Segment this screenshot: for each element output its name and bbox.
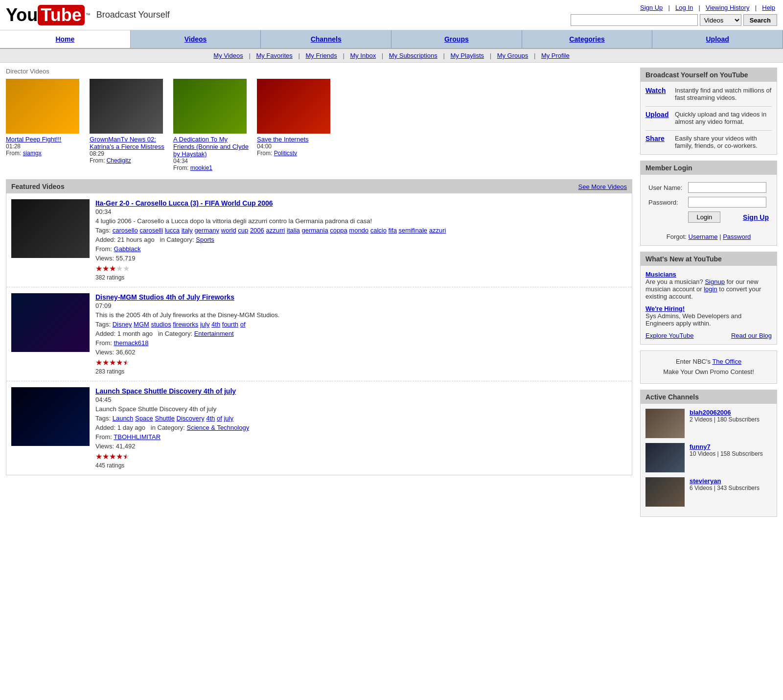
nav-groups[interactable]: Groups [392, 30, 522, 48]
director-thumb-0 [6, 79, 79, 134]
signup-link[interactable]: Sign Up [640, 4, 663, 11]
viewing-history-link[interactable]: Viewing History [706, 4, 749, 11]
featured-meta-0: Added: 21 hours ago in Category: Sports [95, 236, 627, 243]
sub-nav-my-videos[interactable]: My Videos [213, 52, 243, 59]
channel-name-1[interactable]: funny7 [690, 443, 711, 450]
director-video-title-1[interactable]: GrownManTv News 02: Katrina's a Fierce M… [90, 136, 165, 150]
channel-name-2[interactable]: stevieryan [690, 477, 721, 485]
featured-tags-1: Tags: Disney MGM studios fireworks july … [95, 321, 627, 328]
featured-category-0[interactable]: Sports [196, 236, 214, 243]
nav-videos[interactable]: Videos [131, 30, 261, 48]
search-input[interactable] [571, 14, 698, 26]
featured-ratings-0: 382 ratings [95, 274, 627, 281]
director-from-0: From: siamgx [6, 150, 82, 157]
signup-musician-link[interactable]: Signup [705, 278, 724, 285]
channel-info-1: funny7 10 Videos | 158 Subscribers [690, 443, 763, 457]
featured-from-link-1[interactable]: themack618 [114, 339, 149, 347]
featured-desc-0: 4 luglio 2006 - Carosello a Lucca dopo l… [95, 217, 627, 225]
help-link[interactable]: Help [762, 4, 775, 11]
username-label: User Name: [646, 181, 685, 194]
sub-nav-my-inbox[interactable]: My Inbox [350, 52, 376, 59]
login-table: User Name: Password: Login Sign Up [645, 180, 772, 225]
login-button[interactable]: Login [688, 211, 720, 223]
username-input[interactable] [688, 182, 766, 193]
featured-video-title-1[interactable]: Disney-MGM Studios 4th of July Fireworks [95, 293, 627, 301]
explore-youtube-link[interactable]: Explore YouTube [645, 332, 694, 339]
whats-new-hiring: We're Hiring! Sys Admins, Web Developers… [645, 305, 772, 327]
featured-video-title-2[interactable]: Launch Space Shuttle Discovery 4th of ju… [95, 387, 627, 395]
director-video-0: Mortal Peep Fight!!! 01:28 From: siamgx [6, 79, 82, 171]
whats-new-title: What's New at YouTube [641, 252, 777, 266]
channel-sub-2: 6 Videos | 343 Subscribers [690, 485, 760, 491]
director-from-link-2[interactable]: mookie1 [190, 164, 212, 171]
nav-upload[interactable]: Upload [652, 30, 783, 48]
search-button[interactable]: Search [743, 14, 777, 26]
see-more-videos-link[interactable]: See More Videos [578, 183, 627, 190]
forgot-password-link[interactable]: Password [723, 233, 751, 240]
featured-category-2[interactable]: Science & Technology [186, 424, 249, 431]
hiring-text: Sys Admins, Web Developers and Engineers… [645, 312, 772, 327]
share-link[interactable]: Share [645, 135, 671, 142]
sub-nav-my-profile[interactable]: My Profile [541, 52, 570, 59]
read-blog-link[interactable]: Read our Blog [731, 332, 772, 339]
bcast-share: Share Easily share your videos with fami… [645, 135, 772, 149]
featured-duration-1: 07:09 [95, 302, 627, 309]
upload-text: Quickly upload and tag videos in almost … [675, 111, 772, 125]
forgot-username-link[interactable]: Username [689, 233, 718, 240]
featured-from-link-0[interactable]: Gabblack [114, 245, 141, 253]
director-from-link-0[interactable]: siamgx [23, 150, 42, 157]
promo-box: Enter NBC's The Office Make Your Own Pro… [640, 350, 777, 384]
member-login-title: Member Login [641, 161, 777, 175]
password-input[interactable] [688, 197, 766, 208]
nav-categories[interactable]: Categories [522, 30, 653, 48]
featured-info-0: Ita-Ger 2-0 - Carosello Lucca (3) - FIFA… [95, 199, 627, 281]
featured-from-2: From: TBOHHLIMITAR [95, 433, 627, 441]
login-username-row: User Name: [646, 181, 771, 194]
login-musician-link[interactable]: login [704, 285, 717, 293]
whats-new-content: Musicians Are you a musician? Signup for… [641, 266, 777, 344]
bcast-upload: Upload Quickly upload and tag videos in … [645, 111, 772, 125]
director-video-title-3[interactable]: Save the Internets [257, 136, 333, 143]
sub-nav-my-playlists[interactable]: My Playlists [450, 52, 484, 59]
musicians-link[interactable]: Musicians [645, 271, 676, 278]
director-thumb-3 [257, 79, 330, 134]
sub-nav-my-favorites[interactable]: My Favorites [256, 52, 292, 59]
header-links: Sign Up | Log In | Viewing History | Hel… [638, 4, 777, 11]
featured-duration-2: 04:45 [95, 396, 627, 403]
director-from-link-1[interactable]: Chedigitz [107, 157, 131, 164]
featured-ratings-1: 283 ratings [95, 368, 627, 375]
upload-link[interactable]: Upload [645, 111, 671, 118]
director-from-link-3[interactable]: Politicstv [274, 150, 297, 157]
director-from-1: From: Chedigitz [90, 157, 165, 164]
sub-nav-my-subscriptions[interactable]: My Subscriptions [389, 52, 438, 59]
channel-info-0: blah20062006 2 Videos | 180 Subscribers [690, 409, 760, 423]
channel-thumb-1 [645, 443, 685, 472]
search-type-select[interactable]: Videos Channels Members [700, 14, 741, 26]
bcast-watch: Watch Instantly find and watch millions … [645, 87, 772, 101]
member-login-content: User Name: Password: Login Sign Up [641, 175, 777, 245]
the-office-link[interactable]: The Office [712, 358, 741, 365]
explore-links: Explore YouTube Read our Blog [645, 332, 772, 339]
channel-name-0[interactable]: blah20062006 [690, 409, 731, 416]
channel-1: funny7 10 Videos | 158 Subscribers [645, 443, 772, 472]
logo-area: YouTube™ Broadcast Yourself [6, 5, 170, 25]
featured-desc-2: Launch Space Shuttle Discovery 4th of ju… [95, 405, 627, 413]
sub-nav-my-groups[interactable]: My Groups [497, 52, 529, 59]
nav-home[interactable]: Home [0, 30, 131, 48]
logo-tm: ™ [86, 12, 91, 18]
director-videos: Mortal Peep Fight!!! 01:28 From: siamgx … [6, 79, 632, 171]
sidebar-signup-link[interactable]: Sign Up [743, 213, 769, 221]
nav-channels[interactable]: Channels [261, 30, 392, 48]
featured-category-1[interactable]: Entertainment [194, 330, 234, 337]
login-link[interactable]: Log In [675, 4, 693, 11]
featured-info-1: Disney-MGM Studios 4th of July Fireworks… [95, 293, 627, 375]
featured-video-title-0[interactable]: Ita-Ger 2-0 - Carosello Lucca (3) - FIFA… [95, 199, 627, 207]
hiring-link[interactable]: We're Hiring! [645, 305, 685, 312]
watch-link[interactable]: Watch [645, 87, 671, 94]
director-video-title-2[interactable]: A Dedication To My Friends (Bonnie and C… [173, 136, 249, 158]
director-video-title-0[interactable]: Mortal Peep Fight!!! [6, 136, 82, 143]
sub-nav: My Videos | My Favorites | My Friends | … [0, 49, 783, 63]
sub-nav-my-friends[interactable]: My Friends [305, 52, 337, 59]
featured-from-link-2[interactable]: TBOHHLIMITAR [114, 433, 161, 441]
share-text: Easily share your videos with family, fr… [675, 135, 772, 149]
